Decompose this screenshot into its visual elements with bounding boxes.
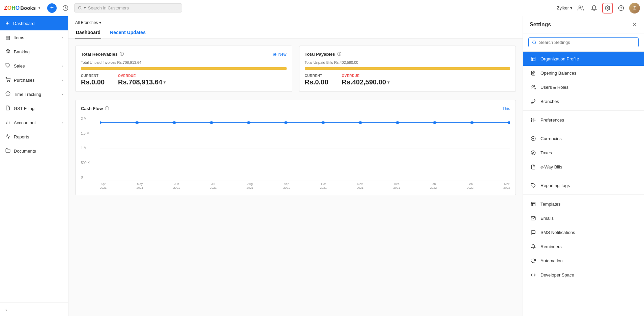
purchases-icon xyxy=(5,77,10,83)
svg-point-42 xyxy=(531,102,532,103)
time-tracking-icon xyxy=(5,91,10,97)
settings-item-branches[interactable]: Branches xyxy=(523,94,644,108)
settings-header: Settings ✕ xyxy=(523,16,644,33)
cashflow-content: 2 M 1.5 M 1 M 500 K 0 xyxy=(81,117,510,189)
svg-point-22 xyxy=(100,121,102,124)
settings-item-opening-balances[interactable]: Opening Balances xyxy=(523,66,644,80)
settings-close-button[interactable]: ✕ xyxy=(632,22,637,28)
settings-search-input[interactable] xyxy=(539,40,635,45)
settings-item-label-taxes: Taxes xyxy=(540,150,552,155)
help-icon xyxy=(618,5,624,11)
receivables-title: Total Receivables ⓘ xyxy=(81,51,124,57)
settings-item-label-automation: Automation xyxy=(540,258,563,263)
help-button[interactable] xyxy=(616,3,626,14)
gear-icon xyxy=(605,5,610,11)
settings-separator xyxy=(523,110,644,111)
sidebar-item-accountant[interactable]: Accountant › xyxy=(0,115,68,130)
topnav-right: Zylker ▾ xyxy=(557,3,640,14)
payables-info-icon[interactable]: ⓘ xyxy=(337,51,341,57)
receivables-info-icon[interactable]: ⓘ xyxy=(120,51,124,57)
settings-item-sms-notifications[interactable]: SMS Notifications xyxy=(523,225,644,239)
settings-item-templates[interactable]: Templates xyxy=(523,197,644,211)
sidebar-item-time-tracking[interactable]: Time Tracking › xyxy=(0,87,68,101)
settings-item-automation[interactable]: Automation xyxy=(523,254,644,268)
x-label-feb: Feb 2022 xyxy=(467,182,473,189)
settings-item-developer-space[interactable]: Developer Space xyxy=(523,268,644,282)
accountant-icon xyxy=(5,120,10,126)
svg-point-24 xyxy=(172,121,176,124)
receivables-progress-bar xyxy=(81,67,287,70)
svg-point-28 xyxy=(321,121,325,124)
org-profile-icon xyxy=(530,55,536,62)
sidebar-item-purchases[interactable]: Purchases › xyxy=(0,73,68,87)
new-button[interactable]: ⊕ New xyxy=(273,52,286,57)
add-button[interactable]: + xyxy=(47,3,57,13)
search-input[interactable] xyxy=(88,5,178,10)
cashflow-period[interactable]: This xyxy=(502,106,510,111)
settings-item-label-preferences: Preferences xyxy=(540,117,564,123)
branches-caret-icon: ▾ xyxy=(99,20,101,25)
sidebar: ⊞ Dashboard ▤ Items › Banking Sales › Pu… xyxy=(0,16,68,316)
sidebar-item-gst-filing[interactable]: GST Filing xyxy=(0,101,68,115)
settings-item-label-reminders: Reminders xyxy=(540,244,562,249)
total-receivables-card: Total Receivables ⓘ ⊕ New Total Unpaid I… xyxy=(75,46,292,92)
sales-icon xyxy=(5,63,10,69)
settings-search-icon xyxy=(532,40,536,45)
eway-bills-icon xyxy=(530,163,536,170)
chevron-right-icon: › xyxy=(62,64,63,68)
settings-item-taxes[interactable]: Taxes xyxy=(523,146,644,160)
y-label-2m: 2 M xyxy=(81,117,94,121)
chart-y-axis: 2 M 1.5 M 1 M 500 K 0 xyxy=(81,117,94,189)
settings-item-currencies[interactable]: Currencies xyxy=(523,131,644,146)
content-header: All Branches ▾ Dashboard Recent Updates xyxy=(68,16,523,39)
sidebar-item-banking[interactable]: Banking xyxy=(0,45,68,59)
history-button[interactable] xyxy=(61,3,70,13)
org-selector[interactable]: Zylker ▾ xyxy=(557,5,573,10)
svg-point-23 xyxy=(135,121,139,124)
svg-point-12 xyxy=(9,81,10,82)
settings-item-eway-bills[interactable]: e-Way Bills xyxy=(523,160,644,174)
settings-item-reminders[interactable]: Reminders xyxy=(523,239,644,254)
x-label-mar: Mar 2022 xyxy=(503,182,510,189)
svg-point-41 xyxy=(534,99,535,101)
settings-item-label-developer-space: Developer Space xyxy=(540,272,574,278)
svg-rect-36 xyxy=(531,57,535,60)
avatar[interactable]: Z xyxy=(629,3,640,14)
settings-item-emails[interactable]: Emails xyxy=(523,211,644,225)
settings-search-wrap[interactable] xyxy=(528,37,639,47)
settings-button[interactable] xyxy=(602,3,613,14)
sidebar-item-sales[interactable]: Sales › xyxy=(0,59,68,73)
branches-selector[interactable]: All Branches ▾ xyxy=(75,20,516,25)
search-bar[interactable]: ▾ xyxy=(74,3,182,12)
sidebar-item-label: Reports xyxy=(14,134,29,139)
x-label-apr: Apr 2021 xyxy=(100,182,107,189)
overdue-dropdown-icon[interactable]: ▾ xyxy=(164,80,166,85)
cashflow-info-icon[interactable]: ⓘ xyxy=(105,106,109,111)
team-button[interactable] xyxy=(575,3,586,14)
payables-subtitle: Total Unpaid Bills Rs.402,590.00 xyxy=(305,60,510,64)
users-roles-icon xyxy=(530,84,536,90)
settings-item-reporting-tags[interactable]: Reporting Tags xyxy=(523,178,644,192)
logo-caret-icon[interactable]: ▾ xyxy=(38,6,40,10)
x-label-jun: Jun 2021 xyxy=(173,182,180,189)
logo-area[interactable]: ZOHO Books ▾ xyxy=(4,5,40,11)
sidebar-collapse-button[interactable]: ‹ xyxy=(0,302,68,316)
receivables-header: Total Receivables ⓘ ⊕ New xyxy=(81,51,287,57)
sidebar-item-items[interactable]: ▤ Items › xyxy=(0,30,68,45)
sidebar-item-reports[interactable]: Reports xyxy=(0,130,68,144)
settings-item-preferences[interactable]: Preferences xyxy=(523,113,644,127)
settings-item-users-roles[interactable]: Users & Roles xyxy=(523,80,644,94)
settings-item-label-eway-bills: e-Way Bills xyxy=(540,164,562,169)
sidebar-item-dashboard[interactable]: ⊞ Dashboard xyxy=(0,16,68,30)
sms-notifications-icon xyxy=(530,229,536,236)
tab-dashboard[interactable]: Dashboard xyxy=(75,27,101,38)
payables-overdue: OVERDUE Rs.402,590.00 ▾ xyxy=(342,74,389,86)
notifications-button[interactable] xyxy=(589,3,599,14)
sidebar-item-label: Accountant xyxy=(14,120,36,125)
sidebar-item-documents[interactable]: Documents xyxy=(0,144,68,158)
payables-overdue-dropdown-icon[interactable]: ▾ xyxy=(387,80,389,85)
search-filter-dropdown[interactable]: ▾ xyxy=(84,6,86,10)
search-icon xyxy=(78,6,82,10)
settings-item-org-profile[interactable]: Organization Profile xyxy=(523,52,644,66)
tab-recent-updates[interactable]: Recent Updates xyxy=(109,27,146,38)
